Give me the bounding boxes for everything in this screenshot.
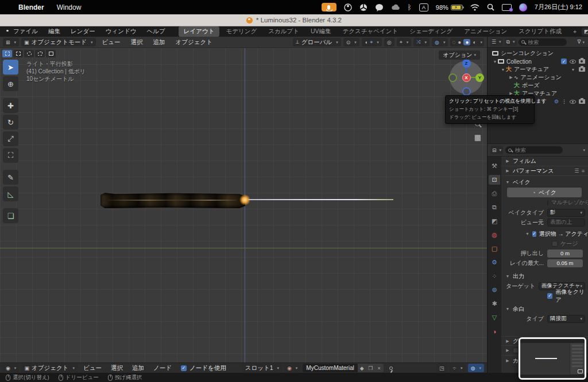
gizmo-axis-z[interactable]: Z <box>462 59 471 68</box>
tool-measure[interactable]: ◺ <box>3 186 18 201</box>
line-app-icon[interactable] <box>375 3 384 11</box>
obs-status-icon[interactable] <box>344 3 352 11</box>
use-nodes-checkbox[interactable]: ✓ <box>181 365 187 371</box>
input-source-menu[interactable]: A <box>419 3 428 11</box>
spotlight-icon[interactable] <box>487 3 494 11</box>
outliner-row-animation[interactable]: ▶ ∿ アニメーション <box>488 73 588 81</box>
copy-material-button[interactable]: ❐ <box>366 364 375 372</box>
eye-icon[interactable] <box>570 60 576 64</box>
view-from-dropdown[interactable]: 表面の上 <box>547 219 585 227</box>
props-tab-viewlayer[interactable]: ⧉ <box>489 202 500 212</box>
shader-view-menu[interactable]: ビュー <box>83 364 102 372</box>
menubar-clock[interactable]: 7月26日(土) 9:12 <box>535 3 582 11</box>
tool-scale[interactable]: ⤢ <box>3 131 18 146</box>
screen-mirroring-icon[interactable] <box>502 4 512 11</box>
app-menu-window[interactable]: Window <box>57 3 82 11</box>
screen-preview-window[interactable] <box>519 337 586 380</box>
ray-distance-value[interactable]: 0.05 m <box>547 259 583 267</box>
tool-annotate[interactable]: ✎ <box>3 170 18 185</box>
collection-checkbox[interactable]: ✓ <box>561 59 567 64</box>
props-tab-constraints[interactable]: ✱ <box>489 299 500 309</box>
object-menu[interactable]: オブジェクト <box>176 38 212 46</box>
navigation-gizmo[interactable]: Z Y X <box>450 61 483 94</box>
bake-type-dropdown[interactable]: 影▾ <box>547 209 585 217</box>
panel-performance[interactable]: ▶パフォーマンス ☰ ≡ <box>501 166 588 176</box>
props-tab-scene[interactable]: ◩ <box>489 216 500 226</box>
bluetooth-icon[interactable]: ᛒ <box>408 3 412 11</box>
outliner-display-mode[interactable]: ☰▾ <box>490 38 503 46</box>
tab-scripting[interactable]: スクリプト作成 <box>513 26 567 37</box>
sel-to-active-checkbox[interactable]: ✓ <box>532 231 536 237</box>
overlays-button[interactable]: ⤨▾ <box>413 38 430 46</box>
panel-film[interactable]: ▶フィルム <box>501 157 588 166</box>
props-tab-particles[interactable]: ⁘ <box>489 271 500 281</box>
properties-search-input[interactable] <box>505 146 563 154</box>
shading-material-button[interactable]: ● <box>463 39 470 45</box>
gizmo-axis-x[interactable]: X <box>462 73 471 82</box>
tool-move[interactable]: ✚ <box>3 98 18 113</box>
outliner-filter-mode[interactable]: ⧉▾ <box>505 38 517 46</box>
expand-icon[interactable]: ▼ <box>492 60 498 64</box>
shading-solid-button[interactable]: ● <box>458 39 461 45</box>
editor-type-button[interactable]: ⊞▾ <box>3 38 19 46</box>
window-titlebar[interactable]: * Luminous32 - Blender 4.3.2 <box>0 14 588 26</box>
shader-mode-selector[interactable]: ▣ オブジェクト▾ <box>21 364 78 372</box>
tab-animation[interactable]: アニメーション <box>459 26 512 37</box>
tab-sculpt[interactable]: スカルプト <box>263 26 304 37</box>
props-tab-render[interactable]: ⊡ <box>489 175 500 185</box>
tool-rotate[interactable]: ↻ <box>3 115 18 130</box>
props-tab-tool[interactable]: ⚒ <box>489 161 500 171</box>
panel-bake[interactable]: ▼ベイク <box>501 177 588 187</box>
mesh-object-scabbard[interactable] <box>100 193 245 208</box>
menu-render[interactable]: レンダー <box>71 28 95 36</box>
shader-snap-button[interactable]: ◳ <box>436 364 447 372</box>
outliner-row-scene-collection[interactable]: シーンコレクション <box>488 49 588 57</box>
snap-button[interactable]: ◖⌖▾ <box>362 38 382 46</box>
props-tab-world[interactable]: ◍ <box>489 230 500 240</box>
add-workspace-button[interactable]: + <box>568 27 582 36</box>
gizmo-axis-neg-y[interactable] <box>448 73 457 82</box>
panel-margin[interactable]: ▼余白 <box>501 304 588 314</box>
xray-button[interactable]: ◍▾ <box>432 38 448 46</box>
margin-type-dropdown[interactable]: 隣接面▾ <box>547 315 585 323</box>
props-tab-object[interactable]: ▢ <box>489 244 500 254</box>
shading-dropdown[interactable]: ▾ <box>480 40 482 45</box>
preset-list-icon[interactable]: ☰ ≡ <box>574 168 588 174</box>
slot-selector[interactable]: スロット1▾ <box>242 364 282 372</box>
unlink-material-button[interactable]: × <box>375 364 384 372</box>
props-tab-modifiers[interactable]: ⚙ <box>489 258 500 267</box>
mic-indicator[interactable] <box>322 3 336 11</box>
shader-overlay-button[interactable]: ⁘▾ <box>450 364 466 372</box>
props-tab-material[interactable]: ◑ <box>489 326 500 336</box>
shader-preview-button[interactable]: ◍▾ <box>468 364 484 372</box>
properties-options-dropdown[interactable]: ▾ <box>583 148 585 153</box>
select-menu[interactable]: 選択 <box>131 38 143 46</box>
show-gizmo-button[interactable]: ⌖▾ <box>397 38 412 46</box>
restrict-expand-icon[interactable]: ▼ <box>570 68 576 72</box>
mode-selector[interactable]: ▣ オブジェクトモード▾ <box>21 38 96 46</box>
select-mode-lasso[interactable] <box>35 50 45 57</box>
siri-icon[interactable] <box>519 3 527 11</box>
pin-icon[interactable] <box>389 367 393 370</box>
props-tab-data[interactable]: ▽ <box>489 313 500 322</box>
multires-checkbox[interactable] <box>547 200 548 206</box>
camera-render-icon[interactable] <box>579 67 585 72</box>
tool-cursor[interactable]: ⊕ <box>3 76 18 91</box>
fake-user-button[interactable]: ◆ <box>358 364 366 372</box>
tool-transform[interactable]: ⛶ <box>3 148 18 163</box>
select-mode-tweak[interactable] <box>2 50 12 57</box>
view-menu[interactable]: ビュー <box>102 38 121 46</box>
toggle-ortho-icon[interactable]: ▦ <box>474 133 481 142</box>
menu-help[interactable]: ヘルプ <box>146 28 165 36</box>
shader-add-menu[interactable]: 追加 <box>132 364 144 372</box>
eye-icon[interactable] <box>570 100 576 104</box>
viewport-3d[interactable]: ➤ ⊕ ✚ ↻ ⤢ ⛶ ✎ ◺ ❏ ライト・平行投影 (41) Collecti… <box>0 48 487 362</box>
shading-wireframe-button[interactable]: ◌ <box>452 39 455 45</box>
tab-modeling[interactable]: モデリング <box>220 26 262 37</box>
tab-layout[interactable]: レイアウト <box>179 26 220 37</box>
tool-select-box[interactable]: ➤ <box>3 60 18 75</box>
transform-orientation[interactable]: ⟂ グローバル▾ <box>293 38 341 46</box>
tab-texpaint[interactable]: テクスチャペイント <box>338 26 404 37</box>
extrusion-value[interactable]: 0 m <box>547 250 583 258</box>
app-menu-blender[interactable]: Blender <box>18 3 44 11</box>
